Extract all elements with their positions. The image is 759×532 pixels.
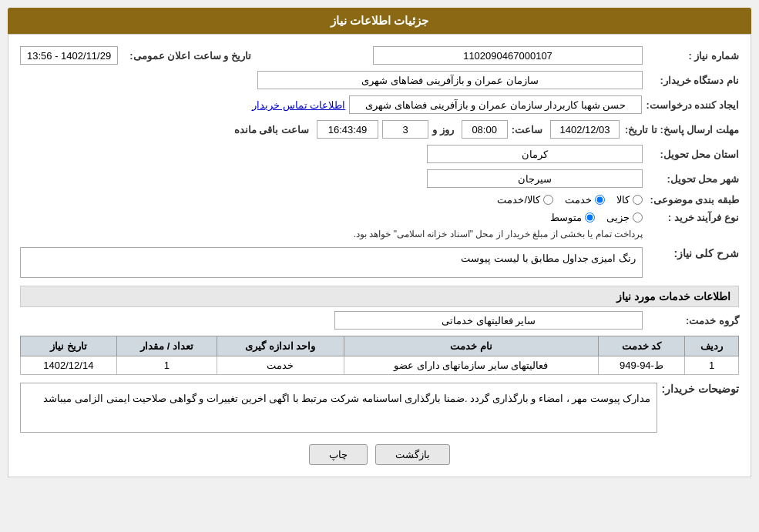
province-label: استان محل تحویل: — [646, 149, 739, 160]
buyer-org-value: سازمان عمران و بازآفرینی فضاهای شهری — [257, 71, 643, 89]
need-number-label: شماره نیاز : — [646, 50, 739, 62]
classification-kala-khadamat[interactable]: کالا/خدمت — [497, 194, 553, 206]
province-value: کرمان — [427, 145, 643, 163]
purchase-type-jozvi-radio[interactable] — [633, 212, 643, 223]
cell-date: 1402/12/14 — [21, 356, 117, 375]
announcement-value: 1402/11/29 - 13:56 — [20, 46, 118, 65]
col-unit: واحد اندازه گیری — [217, 336, 344, 356]
classification-kala-radio[interactable] — [633, 195, 643, 205]
city-label: شهر محل تحویل: — [646, 173, 739, 185]
creator-contact-link[interactable]: اطلاعات تماس خریدار — [252, 99, 345, 111]
print-button[interactable]: چاپ — [309, 444, 368, 465]
response-days-value: 3 — [382, 120, 428, 139]
services-table: ردیف کد خدمت نام خدمت واحد اندازه گیری ت… — [20, 336, 739, 375]
col-name: نام خدمت — [344, 336, 598, 356]
response-deadline-label: مهلت ارسال پاسخ: تا تاریخ: — [623, 124, 739, 136]
purchase-type-jozvi[interactable]: جزیی — [606, 212, 643, 223]
cell-code: ط-94-949 — [598, 356, 684, 375]
announcement-label: تاریخ و ساعت اعلان عمومی: — [129, 50, 251, 62]
cell-row: 1 — [685, 356, 739, 375]
need-desc-value: رنگ امیزی جداول مطابق با لیست پیوست — [20, 247, 643, 278]
purchase-type-motavaset-radio[interactable] — [585, 212, 595, 223]
services-header: اطلاعات خدمات مورد نیاز — [20, 286, 739, 307]
col-row: ردیف — [685, 336, 739, 356]
response-remaining-value: 16:43:49 — [317, 120, 378, 139]
response-day-label: روز و — [432, 124, 454, 136]
remaining-label: ساعت باقی مانده — [234, 124, 309, 136]
button-row: بازگشت چاپ — [20, 444, 739, 465]
need-desc-label: شرح کلی نیاز: — [646, 247, 739, 259]
classification-kala[interactable]: کالا — [616, 194, 643, 206]
classification-khadamat-radio[interactable] — [595, 195, 605, 205]
creator-value: حسن شهبا کاربردار سازمان عمران و بازآفری… — [349, 95, 642, 114]
col-count: تعداد / مقدار — [116, 336, 217, 356]
need-number-value: 1102090467000107 — [373, 46, 643, 65]
cell-name: فعالیتهای سایر سازمانهای دارای عضو — [344, 356, 598, 375]
purchase-type-desc: پرداخت تمام یا بخشی از مبلغ خریدار از مح… — [354, 227, 643, 241]
notes-value: مدارک پیوست مهر ، امضاء و بارگذاری گردد … — [20, 383, 657, 433]
cell-count: 1 — [116, 356, 217, 375]
purchase-type-label: نوع فرآیند خرید : — [646, 212, 739, 223]
notes-label: توضیحات خریدار: — [661, 383, 739, 395]
response-time-value: 08:00 — [462, 120, 508, 139]
cell-unit: خدمت — [217, 356, 344, 375]
response-date-value: 1402/12/03 — [550, 120, 620, 139]
purchase-type-radio-group: جزیی متوسط — [354, 212, 643, 223]
back-button[interactable]: بازگشت — [375, 444, 450, 465]
buyer-org-label: نام دستگاه خریدار: — [646, 75, 739, 86]
creator-label: ایجاد کننده درخواست: — [646, 99, 739, 111]
page-title: جزئیات اطلاعات نیاز — [8, 8, 751, 34]
service-group-label: گروه خدمت: — [646, 315, 739, 326]
purchase-type-motavaset[interactable]: متوسط — [550, 212, 595, 223]
city-value: سیرجان — [427, 169, 643, 188]
classification-khadamat[interactable]: خدمت — [565, 194, 605, 206]
classification-label: طبقه بندی موضوعی: — [646, 194, 739, 206]
classification-kala-khadamat-radio[interactable] — [543, 195, 553, 205]
classification-radio-group: کالا خدمت کالا/خدمت — [497, 194, 643, 206]
table-row: 1 ط-94-949 فعالیتهای سایر سازمانهای دارا… — [21, 356, 739, 375]
col-code: کد خدمت — [598, 336, 684, 356]
col-date: تاریخ نیاز — [21, 336, 117, 356]
service-group-value: سایر فعالیتهای خدماتی — [334, 311, 643, 330]
response-time-label: ساعت: — [512, 124, 542, 136]
